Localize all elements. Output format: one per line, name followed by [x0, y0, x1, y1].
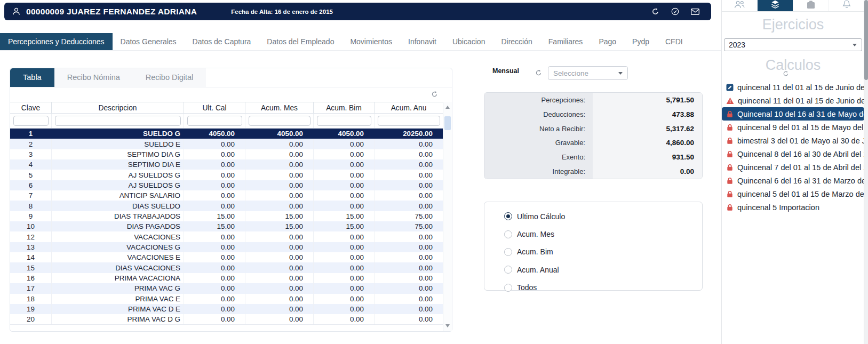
refresh-icon[interactable]: [651, 7, 659, 15]
table-row-13[interactable]: 13VACACIONES G0.000.000.000.00: [10, 242, 443, 252]
calc-item[interactable]: quincenal 11 del 01 al 15 de Junio del 2…: [722, 81, 864, 94]
table-row-10[interactable]: 10DIAS PAGADOS15.0015.0015.0075.00: [10, 221, 443, 231]
lock-icon: [726, 204, 734, 211]
table-cell: 0.00: [314, 139, 375, 149]
calc-item[interactable]: quincenal 5 Importacion: [722, 201, 864, 214]
radio-todos[interactable]: Todos: [504, 279, 702, 297]
calc-item-label: bimestral 3 del 01 de Mayo al 30 de Juni…: [737, 137, 864, 145]
calc-item[interactable]: quincenal 9 del 01 al 15 de Mayo del 202…: [722, 121, 864, 134]
inner-tab-recibo-digital[interactable]: Recibo Digital: [133, 68, 206, 87]
table-cell: 0.00: [314, 170, 375, 180]
lock-icon: [726, 190, 734, 198]
filter-input-acum-bim[interactable]: [317, 116, 371, 126]
tab-ubicacion[interactable]: Ubicacion: [444, 33, 493, 50]
page-scroll-thumb[interactable]: [864, 0, 868, 80]
table-scrollbar[interactable]: [443, 102, 452, 331]
hire-date: Fecha de Alta: 16 de enero de 2015: [231, 9, 333, 15]
tab-pydp[interactable]: Pydp: [624, 33, 657, 50]
calc-item[interactable]: Quincenal 7 del 01 al 15 de Abril del 20…: [722, 161, 864, 174]
calc-item-label: quincenal 5 Importacion: [737, 203, 819, 212]
calc-item[interactable]: bimestral 3 del 01 de Mayo al 30 de Juni…: [722, 134, 864, 147]
table-row-14[interactable]: 14VACACIONES E0.000.000.000.00: [10, 252, 443, 262]
table-row-12[interactable]: 12VACACIONES0.000.000.000.00: [10, 231, 443, 242]
page-scrollbar[interactable]: [864, 0, 868, 344]
table-row-20[interactable]: 20PRIMA VAC D G0.000.000.000.00: [10, 314, 443, 324]
sidebar-tab-people[interactable]: [722, 0, 757, 11]
tab-infonavit[interactable]: Infonavit: [400, 33, 444, 50]
table-row-19[interactable]: 19PRIMA VAC D E0.000.000.000.00: [10, 304, 443, 314]
calc-item[interactable]: Quincenal 10 del 16 al 31 de Mayo del 20…: [722, 107, 864, 121]
calculos-refresh-icon[interactable]: [714, 69, 857, 75]
table-row-2[interactable]: 2SUELDO E0.000.000.000.00: [10, 139, 443, 149]
calc-item[interactable]: quincenal 5 del 01 al 15 de Marzo del 20…: [722, 187, 864, 201]
table-row-15[interactable]: 15DIAS VACACIONES0.000.000.000.00: [10, 262, 443, 273]
radio-acum-mes[interactable]: Acum. Mes: [504, 225, 702, 243]
mail-icon[interactable]: [691, 9, 699, 15]
sidebar-tab-bell[interactable]: [829, 0, 864, 11]
filter-input-ult-cal[interactable]: [187, 116, 242, 126]
column-header-descripcion[interactable]: Descripcion: [52, 102, 184, 113]
scroll-up-icon[interactable]: [445, 106, 450, 109]
filter-input-acum-mes[interactable]: [249, 116, 310, 126]
table-row-9[interactable]: 9DIAS TRABAJADOS15.0015.0015.0075.00: [10, 211, 443, 221]
radio-acum-anual[interactable]: Acum. Anual: [504, 261, 702, 278]
check-circle-icon[interactable]: [671, 7, 679, 15]
sidebar-tab-layers[interactable]: [757, 0, 793, 11]
inner-tab-row: TablaRecibo NóminaRecibo Digital: [10, 68, 452, 87]
table-row-1[interactable]: 1SUELDO G4050.004050.004050.0020250.00: [10, 129, 443, 139]
table-refresh-icon[interactable]: [431, 91, 438, 98]
period-refresh-icon[interactable]: [535, 69, 542, 76]
period-select[interactable]: Seleccione: [548, 66, 628, 80]
calc-item[interactable]: Quincenal 6 del 16 al 31 de Marzo del 20…: [722, 174, 864, 187]
column-header-clave[interactable]: Clave: [10, 102, 52, 113]
inner-tab-tabla[interactable]: Tabla: [10, 68, 54, 87]
scroll-down-icon[interactable]: [445, 324, 450, 327]
table-row-7[interactable]: 7ANTICIP SALARIO0.000.000.000.00: [10, 190, 443, 201]
summary-label: Integrable:: [484, 164, 593, 179]
layers-icon: [770, 0, 781, 11]
tab-cfdi[interactable]: CFDI: [657, 33, 691, 50]
table-row-3[interactable]: 3SEPTIMO DIA G0.000.000.000.00: [10, 149, 443, 159]
table-cell: 0.00: [184, 262, 245, 273]
table-cell: 15.00: [184, 221, 245, 231]
filter-input-clave[interactable]: [13, 116, 49, 126]
filter-input-acum-anu[interactable]: [378, 116, 440, 126]
calc-item[interactable]: quincenal 11 del 01 al 15 de Junio del 2…: [722, 94, 864, 107]
inner-tab-recibo-nomina[interactable]: Recibo Nómina: [54, 68, 133, 87]
filter-input-descripcion[interactable]: [55, 116, 181, 126]
table-row-8[interactable]: 8DIAS SUELDO0.000.000.000.00: [10, 201, 443, 211]
table-row-4[interactable]: 4SEPTIMO DIA E0.000.000.000.00: [10, 159, 443, 170]
table-scroll-thumb[interactable]: [444, 116, 451, 130]
calc-item[interactable]: Quincenal 8 del 16 al 30 de Abril del 20…: [722, 147, 864, 161]
table-row-16[interactable]: 16PRIMA VACACIONA0.000.000.000.00: [10, 273, 443, 283]
tab-pago[interactable]: Pago: [591, 33, 624, 50]
ejercicios-select[interactable]: 2023: [724, 38, 862, 51]
tab-datos-generales[interactable]: Datos Generales: [113, 33, 185, 50]
tab-datos-del-empleado[interactable]: Datos del Empleado: [259, 33, 342, 50]
table-cell: 0.00: [375, 252, 443, 262]
tab-percepciones-y-deducciones[interactable]: Percepciones y Deducciones: [0, 33, 113, 50]
table-row-5[interactable]: 5AJ SUELDOS G0.000.000.000.00: [10, 170, 443, 180]
radio-acum-bim[interactable]: Acum. Bim: [504, 243, 702, 261]
tab-direccion[interactable]: Dirección: [493, 33, 540, 50]
radio-circle: [504, 248, 512, 256]
table-cell: VACACIONES G: [52, 242, 184, 252]
table-cell: 15.00: [314, 221, 375, 231]
table-row-18[interactable]: 18PRIMA VAC E0.000.000.000.00: [10, 294, 443, 304]
tab-datos-de-captura[interactable]: Datos de Captura: [185, 33, 259, 50]
column-header-acum-mes[interactable]: Acum. Mes: [245, 102, 314, 113]
table-cell: 0.00: [314, 242, 375, 252]
column-header-ult-cal[interactable]: Ult. Cal: [184, 102, 245, 113]
table-row-6[interactable]: 6AJ SUELDOS G0.000.000.000.00: [10, 180, 443, 190]
tab-movimientos[interactable]: Movimientos: [342, 33, 400, 50]
table-cell: PRIMA VAC D E: [52, 304, 184, 314]
summary-value: 5,791.50: [593, 93, 702, 107]
tab-familiares[interactable]: Familiares: [540, 33, 591, 50]
sidebar-tab-module[interactable]: [793, 0, 829, 11]
column-header-acum-anu[interactable]: Acum. Anu: [375, 102, 443, 113]
table-cell: SUELDO G: [52, 129, 184, 139]
table-row-17[interactable]: 17PRIMA VAC G0.000.000.000.00: [10, 283, 443, 293]
radio-ultimo-calculo[interactable]: Ultimo Cálculo: [504, 207, 702, 225]
column-header-acum-bim[interactable]: Acum. Bim: [314, 102, 375, 113]
table-cell: 0.00: [184, 201, 245, 211]
